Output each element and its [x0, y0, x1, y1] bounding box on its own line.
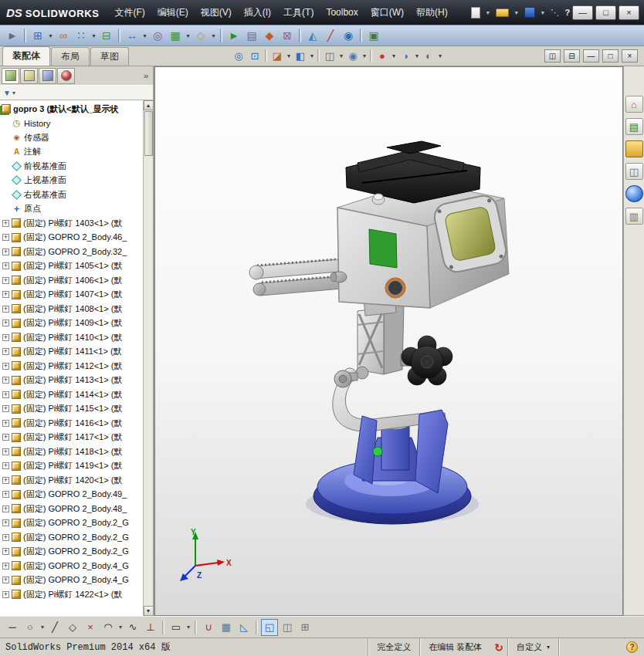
split-vertical-icon[interactable]: ⊟	[564, 49, 580, 63]
expander-icon[interactable]: +	[2, 448, 9, 455]
tree-item[interactable]: + (固定) Pi螺釘 1410<1> (默	[0, 330, 142, 345]
tree-item[interactable]: + (固定) Pi螺釘 1418<1> (默	[0, 445, 142, 459]
menu-item[interactable]: 插入(I)	[238, 2, 277, 23]
commandmanager-tab[interactable]: 草图	[90, 47, 129, 66]
dropdown-arrow-icon[interactable]: ▾	[117, 619, 124, 636]
evaluate-icon[interactable]: ◉	[340, 27, 357, 44]
commandmanager-tab[interactable]: 装配体	[2, 46, 50, 66]
dropdown-arrow-icon[interactable]: ▾	[414, 48, 420, 63]
tree-item[interactable]: + (固定) Pi螺釘 1406<1> (默	[0, 273, 142, 288]
help-icon[interactable]: ?	[563, 5, 572, 20]
minimize-button[interactable]: —	[572, 5, 593, 20]
expander-icon[interactable]: +	[2, 277, 9, 284]
menu-item[interactable]: 工具(T)	[277, 2, 320, 23]
corner-rectangle-icon[interactable]: ▭	[168, 619, 185, 636]
expander-icon[interactable]: +	[2, 577, 9, 583]
assembly-features-icon[interactable]: ▦	[167, 27, 184, 44]
arc-icon[interactable]: ◠	[100, 619, 117, 636]
new-document-icon[interactable]	[471, 7, 480, 19]
restore-window-icon[interactable]: □	[602, 49, 619, 63]
circle-icon[interactable]: ○	[22, 619, 39, 636]
line-icon[interactable]: ─	[4, 619, 21, 636]
expander-icon[interactable]: +	[2, 249, 9, 255]
tree-item[interactable]: + (固定) GOPRO 2_Body.2_G	[0, 516, 142, 531]
erase-icon[interactable]: ×	[82, 619, 99, 636]
view-palette-icon[interactable]: ◫	[625, 163, 643, 180]
panel-tab[interactable]	[20, 68, 38, 84]
expander-icon[interactable]: +	[2, 320, 9, 326]
appearances-scenes-icon[interactable]	[625, 185, 643, 202]
tree-item[interactable]: + (固定) Pi螺釘 1408<1> (默	[0, 302, 142, 316]
panel-tab[interactable]	[39, 68, 56, 84]
menu-item[interactable]: Toolbox	[320, 3, 364, 22]
tree-item[interactable]: + (固定) Pi螺釘 1407<1> (默	[0, 288, 142, 303]
dropdown-arrow-icon[interactable]: ▾	[338, 48, 344, 63]
expander-icon[interactable]	[2, 120, 9, 127]
tree-item[interactable]: + (固定) Pi螺釘 1411<1> (默	[0, 345, 142, 360]
tree-item[interactable]: + (固定) Pi螺釘 1413<1> (默	[0, 374, 142, 388]
grid-snap-icon[interactable]: ▦	[218, 619, 235, 636]
tree-item[interactable]: + (固定) GOPRO 2_Body.4_G	[0, 573, 142, 588]
expander-icon[interactable]: +	[2, 506, 9, 512]
separator[interactable]	[118, 29, 120, 42]
tree-item[interactable]: + (固定) GOPRO 2_Body.32_	[0, 245, 142, 259]
expander-icon[interactable]	[2, 205, 9, 212]
separator[interactable]	[162, 620, 164, 634]
expander-icon[interactable]: +	[2, 491, 9, 498]
expander-icon[interactable]: +	[2, 405, 9, 412]
expander-icon[interactable]: +	[2, 591, 9, 598]
separator[interactable]	[24, 29, 26, 42]
tree-item[interactable]: + (固定) Pi螺釘 1422<1> (默	[0, 587, 142, 602]
zoom-fit-icon[interactable]: ◎	[231, 48, 246, 63]
separator[interactable]	[195, 620, 197, 634]
expander-icon[interactable]: +	[2, 519, 9, 526]
expander-icon[interactable]	[2, 148, 9, 155]
bill-of-materials-icon[interactable]: ▤	[243, 27, 260, 44]
expander-icon[interactable]: +	[2, 563, 9, 570]
expander-icon[interactable]: +	[2, 548, 9, 555]
tree-item[interactable]: + (固定) Pi螺釘 1419<1> (默	[0, 459, 142, 474]
tree-item[interactable]: + (固定) Pi螺釘 1405<1> (默	[0, 259, 142, 274]
close-button[interactable]: ×	[619, 5, 639, 20]
custom-status-dropdown[interactable]: 自定义 ▾	[507, 638, 558, 656]
solidworks-resources-icon[interactable]: ⌂	[625, 96, 643, 113]
filter-funnel-icon[interactable]: ▼	[3, 89, 11, 97]
view-settings-icon[interactable]: ◐	[421, 48, 436, 63]
motion-study-icon[interactable]: ►	[225, 27, 242, 44]
expander-icon[interactable]: +	[2, 377, 9, 384]
dropdown-arrow-icon[interactable]: ▾	[210, 27, 217, 44]
zoom-area-icon[interactable]: ⊡	[247, 48, 263, 63]
tree-item[interactable]: ◷ History	[0, 117, 142, 131]
menu-item[interactable]: 视图(V)	[195, 2, 238, 23]
tree-item[interactable]: + (固定) GOPRO 2_Body.4_G	[0, 559, 142, 573]
expander-icon[interactable]	[2, 163, 9, 170]
tree-item[interactable]: + (固定) Pi螺釘 1403<1> (默	[0, 216, 142, 231]
expander-icon[interactable]: +	[2, 434, 9, 441]
component-pattern-icon[interactable]: ∷	[73, 27, 90, 44]
design-library-icon[interactable]: ▤	[625, 118, 643, 135]
panel-tab[interactable]	[2, 68, 19, 84]
viewport-four-icon[interactable]: ⊞	[297, 619, 314, 636]
apply-scene-icon[interactable]: ◑	[398, 48, 413, 63]
tree-item[interactable]: + (固定) GOPRO 2_Body.48_	[0, 502, 142, 516]
separator[interactable]	[317, 49, 320, 62]
expander-icon[interactable]: +	[2, 420, 9, 427]
exploded-view-icon[interactable]: ◆	[261, 27, 278, 44]
expander-icon[interactable]	[2, 191, 9, 198]
scroll-down-icon[interactable]: ▼	[144, 606, 154, 616]
reference-geometry-icon[interactable]: ◇	[192, 27, 209, 44]
separator[interactable]	[360, 29, 362, 42]
split-horizontal-icon[interactable]: ◫	[544, 49, 561, 63]
expander-icon[interactable]: +	[2, 306, 9, 313]
tree-item[interactable]: + (固定) Pi螺釘 1412<1> (默	[0, 359, 142, 374]
expander-icon[interactable]: +	[2, 262, 9, 269]
dropdown-arrow-icon[interactable]: ▾	[538, 5, 547, 20]
viewport-single-icon[interactable]: ◱	[261, 619, 278, 636]
dropdown-arrow-icon[interactable]: ▾	[361, 48, 368, 63]
scroll-up-icon[interactable]: ▲	[144, 100, 154, 110]
tree-item[interactable]: A 注解	[0, 145, 142, 160]
dropdown-arrow-icon[interactable]: ▾	[286, 48, 292, 63]
separator[interactable]	[299, 29, 301, 42]
polygon-icon[interactable]: ◇	[64, 619, 81, 636]
hide-show-items-icon[interactable]: ◉	[345, 48, 361, 63]
